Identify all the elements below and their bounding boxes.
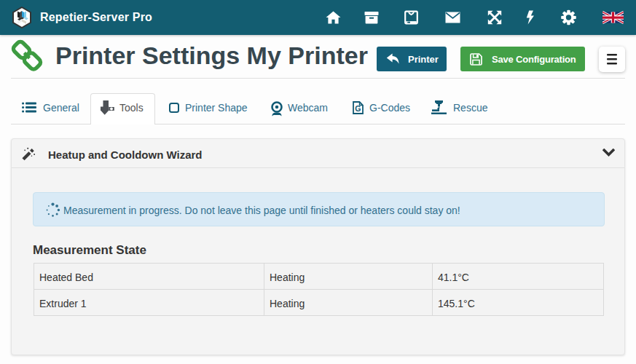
- svg-text:G: G: [355, 104, 361, 113]
